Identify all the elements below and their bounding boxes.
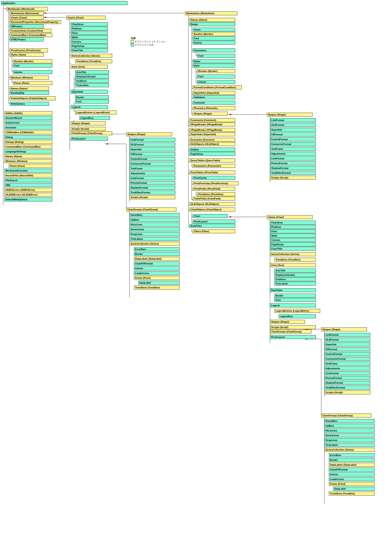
node-ws-ptc: PivotCache (193, 176, 235, 180)
node-shape2-lf: LinkFormat (270, 118, 316, 122)
node-cg2-in: Interior (329, 472, 374, 476)
node-styles: Styles (Style) (10, 53, 43, 57)
node-font: Font (13, 64, 52, 68)
node-publishobjects: PublishObjects (PublishObject) (10, 96, 55, 100)
node-chart2-ps: PageSetup (270, 242, 316, 246)
node-cg2-sl: SeriesLines (325, 434, 374, 437)
node-cg2-ub: UpBars (325, 424, 374, 428)
node-shape2-pf: PictureFormat (270, 161, 316, 165)
node-shape3-lnf: LineFormat (325, 371, 370, 375)
node-shape2-of: OLEFormat (270, 123, 316, 127)
node-cg-sc: SeriesCollection (Series) (130, 242, 180, 246)
node-ws-crt: Chart (193, 214, 228, 218)
node-shape2-lnf: LineFormat (270, 156, 316, 161)
node-chart-ca: ChartArea (71, 22, 108, 26)
node-app-ca: COMAddIns (COMAddIn) (4, 130, 52, 134)
node-cg2-dl: DropLines (325, 438, 374, 442)
node-shape-ff: FillFormat (130, 152, 175, 156)
node-chart2-ax: Axes (Axis) (270, 263, 316, 267)
node-ws-ch: Characters (193, 48, 235, 52)
node-names: Names (Name) (10, 87, 49, 90)
node-routingslip: RoutingSlip (10, 91, 49, 95)
node-shape3-adj: Adjustments (325, 366, 370, 370)
node-chart-wl: Walls (71, 35, 108, 39)
node-cg2-dla: DataLabel (333, 487, 374, 491)
node-ws-pm: Parameters (Parameter) (193, 164, 235, 168)
node-ws-fn2: Font (197, 54, 235, 58)
node-chart2-pl: PivotLayout (270, 335, 316, 339)
svg-marker-119 (230, 216, 232, 218)
node-chart2-tkl: TickLabels (274, 282, 316, 285)
node-ws-root: Worksheets (Worksheet) (185, 11, 237, 15)
node-app-wf: WorksheetFunction (4, 169, 52, 173)
node-cg2-sc: SeriesCollection (Series) (325, 448, 374, 452)
node-cg2-hl: HiLoLines (325, 429, 374, 433)
node-chart-dt: DataTable (71, 90, 108, 94)
node-ws-fc: FormatConditions (FormatCondition) (193, 86, 242, 89)
node-chart-scr: Scripts (Script) (71, 127, 106, 131)
node-workbooks: Workbooks (Workbook) (6, 7, 48, 11)
node-ws-rg: Range (189, 22, 235, 26)
node-ws-in: Interior (193, 41, 235, 45)
node-worksheets: Worksheets (Worksheet) (10, 11, 43, 15)
node-ws-af: AutoFilter (189, 224, 235, 228)
node-shape3-cnf: ConnectorFormat (325, 357, 370, 361)
node-shape3-hl: Hyperlink (325, 342, 370, 347)
node-panes: Panes (Pane) (13, 81, 52, 85)
node-ws-ps: PageSetup (189, 152, 235, 156)
node-chart-le: LegendEntries (LegendEntry) (75, 111, 116, 114)
node-chart2-sh: Shapes (Shape) (270, 320, 305, 324)
node-shape3-tf: TextFrame (325, 362, 370, 365)
node-chart-tkl: TickLabels (75, 83, 109, 87)
node-ws-qt: QueryTables (QueryTable) (189, 159, 235, 162)
node-app-ai: AddIns (AddIn) (4, 111, 52, 115)
node-ws-pit: PivotItems (PivotItem) (197, 192, 235, 196)
node-shape-lf: LinkFormat (130, 138, 175, 142)
node-shape2-cnf: ConnectorFormat (270, 142, 316, 146)
node-shape-adj: Adjustments (130, 171, 175, 175)
node-chart-ax: Axes (Axis) (71, 65, 108, 69)
node-chart2-ca: ChartArea (270, 221, 316, 224)
node-app-nm: Names (Name) (4, 154, 52, 158)
node-chart-ct: ChartTitle (71, 48, 108, 52)
node-interior: Interior (13, 70, 52, 74)
node-cg-bd: Border (134, 252, 180, 256)
node-chart-sc: SeriesCollection (Series) (71, 54, 112, 58)
node-ws-ol: Outline (189, 148, 235, 152)
node-ws-pt: PivotTables (PivotTable) (189, 170, 235, 174)
node-shape3-pf: PictureFormat (325, 376, 370, 380)
node-chart2-pa: PlotArea (270, 225, 316, 229)
node-ws-nm: Names (Name) (189, 18, 235, 22)
node-cg-db: DownBars (130, 213, 180, 217)
svg-marker-26 (45, 17, 47, 18)
node-weboptions: WebOptions (10, 102, 49, 106)
node-chart-fn: Font (75, 100, 109, 104)
node-shape-of: OLEFormat (130, 142, 175, 147)
node-ws-fn3: Font (197, 74, 235, 79)
node-app-ls: LanguageSettings (4, 149, 52, 154)
node-app-rf: RecentFiles (RecentFile) (4, 173, 52, 177)
node-app-dwo: DefaultWebOptions (4, 198, 52, 201)
node-shape-cnf: ConnectorFormat (130, 162, 175, 166)
node-app-cb: CommandBars (CommandBar) (4, 145, 52, 149)
node-windows: Windows (Window) (10, 76, 49, 80)
node-shape-cf: ControlFormat (130, 157, 175, 161)
node-app-aw: AnswerWizard (4, 116, 52, 120)
node-ws-bd: Borders (Border) (193, 32, 235, 36)
node-shape3-of: OLEFormat (325, 338, 370, 342)
svg-marker-63 (107, 143, 109, 145)
node-shape-tf: TextFrame (130, 167, 175, 170)
node-shape2-scr: Scripts (Script) (270, 176, 316, 180)
node-ws-pl: PivotLayout (193, 220, 235, 223)
node-shape3-sf: ShadowFormat (325, 381, 370, 385)
node-chart-pl: PivotLayout (71, 137, 108, 141)
node-ws-fn: Font (193, 37, 235, 40)
node-customviews: CustomViews (CustomView) (10, 29, 51, 33)
node-cg-sl: SeriesLines (130, 227, 180, 231)
node-shape-pf: PictureFormat (130, 181, 175, 185)
node-cg-in: Interior (134, 266, 180, 270)
node-cg2-db: DownBars (325, 419, 374, 423)
node-commandbars: CommandBars (CommandBar) (10, 33, 52, 37)
node-chart2-cg: ChartGroups (ChartGroup) (270, 330, 311, 334)
node-app-panes: Panes (Pane) (9, 164, 52, 168)
